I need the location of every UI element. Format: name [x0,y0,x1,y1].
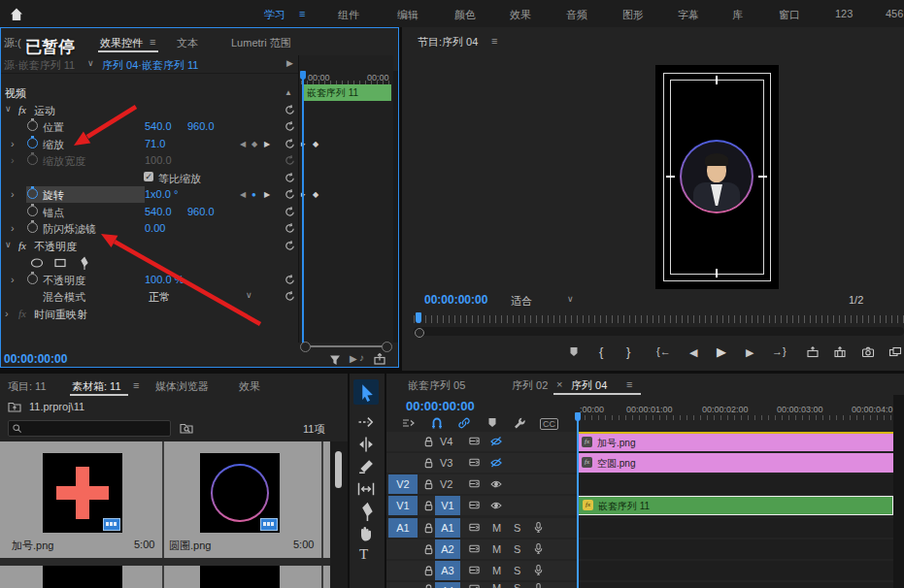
program-playhead[interactable] [416,312,421,323]
stopwatch-icon[interactable] [27,188,38,199]
reset-icon[interactable] [284,104,296,116]
rotation-value[interactable]: 1x0.0 ° [145,188,178,200]
ec-clip-bar[interactable]: 嵌套序列 11 [304,84,391,101]
solo-button[interactable]: S [514,522,520,534]
reset-icon[interactable] [284,206,296,218]
menu-item-123[interactable]: 123 [835,8,853,19]
source-patch-v1[interactable]: V1 [388,496,418,515]
collapse-icon[interactable]: ▲ [285,88,292,97]
lane-a3[interactable] [578,561,893,580]
zoom-level-select[interactable]: 适合 [511,294,532,309]
navigate-up-icon[interactable] [8,400,21,413]
voiceover-mic-icon[interactable] [532,542,545,555]
ec-playhead-handle[interactable] [300,71,306,80]
program-video-frame[interactable] [655,65,779,289]
captions-icon[interactable]: CC [540,418,558,430]
ec-row-opacity[interactable]: › 不透明度 100.0 % [1,272,298,288]
ripple-edit-tool-icon[interactable] [355,435,377,454]
sync-lock-icon[interactable] [468,564,481,576]
ec-row-anchor[interactable]: 锚点 540.0 960.0 [1,204,298,220]
reset-icon[interactable] [284,274,296,286]
track-name-v4[interactable]: V4 [440,436,452,447]
ellipse-mask-icon[interactable] [30,256,44,270]
partial-thumbnail[interactable] [200,566,280,588]
keyframe-icon[interactable]: ◆ [313,190,318,199]
razor-tool-icon[interactable] [355,457,377,476]
type-tool-icon[interactable]: T [359,546,368,563]
play-audio-icon[interactable]: ▶ [350,353,357,364]
scale-value[interactable]: 71.0 [145,138,165,149]
bin-item-circle[interactable]: 圆圈.png 5:00 [163,441,321,558]
effect-controls-panel-menu-icon[interactable]: ≡ [150,36,155,48]
stopwatch-icon[interactable] [27,222,38,233]
menu-item-components[interactable]: 组件 [338,8,359,22]
sync-lock-icon[interactable] [468,542,481,555]
active-clip-path[interactable]: 序列 04·嵌套序列 11 [102,58,198,73]
play-only-audio-icon[interactable]: ▶ [286,58,293,68]
lane-a2[interactable] [578,539,893,559]
track-name-v2[interactable]: V2 [440,478,452,490]
lift-icon[interactable] [806,345,820,359]
timeline-playhead[interactable] [577,420,579,588]
item-name[interactable]: 圆圈.png [169,539,211,553]
reset-icon[interactable] [284,240,296,252]
menu-item-color[interactable]: 颜色 [454,8,476,22]
program-ruler[interactable] [414,315,904,323]
expand-icon[interactable]: › [11,222,15,234]
track-select-tool-icon[interactable] [355,412,377,432]
ec-row-motion[interactable]: ∨ fx 运动 [1,102,298,118]
tab-effects[interactable]: 效果 [239,379,260,394]
solo-button[interactable]: S [514,565,520,576]
ec-row-scale[interactable]: › 缩放 71.0 ◀ ◆ ▶ [1,136,298,152]
expand-icon[interactable]: ∨ [5,104,12,114]
sync-lock-icon[interactable] [468,456,481,469]
thumbnail-plus[interactable] [43,453,122,533]
nest-insert-icon[interactable] [402,416,416,430]
lock-icon[interactable] [422,522,435,535]
step-forward-icon[interactable]: ▶ [746,346,753,359]
track-output-off-icon[interactable] [489,456,503,470]
timeline-playhead-handle[interactable] [575,412,581,421]
time-remap-label[interactable]: 时间重映射 [34,308,87,322]
step-back-icon[interactable]: ◀ [689,346,697,359]
position-x-value[interactable]: 540.0 [145,120,172,132]
ec-zoom-handle-left[interactable] [300,342,311,352]
tab-lumetri-scopes[interactable]: Lumetri 范围 [231,36,291,50]
add-marker-icon[interactable] [567,345,581,359]
ec-row-position[interactable]: 位置 540.0 960.0 [1,118,298,135]
tab-effect-controls[interactable]: 效果控件 [100,36,143,50]
lock-icon[interactable] [422,583,435,588]
export-frame-icon[interactable] [861,345,875,359]
lock-icon[interactable] [422,500,435,512]
thumbnail-circle[interactable] [200,453,280,533]
uniform-scale-checkbox[interactable]: ✓ [144,172,153,181]
export-icon[interactable] [373,352,386,366]
voiceover-mic-icon[interactable] [532,564,545,576]
program-scrollbar-handle[interactable] [415,328,424,338]
mark-in-icon[interactable]: { [599,344,603,359]
anchor-label[interactable]: 锚点 [43,206,64,220]
hand-tool-icon[interactable] [355,524,377,543]
menu-item-effects[interactable]: 效果 [510,8,531,22]
lock-icon[interactable] [422,565,435,577]
clip-v1-nested[interactable]: fx 嵌套序列 11 [578,496,893,515]
stopwatch-icon[interactable] [27,120,38,131]
prev-keyframe-icon[interactable]: ◀ [240,140,246,148]
snap-icon[interactable] [430,416,444,430]
add-marker-icon[interactable] [485,416,499,430]
ec-row-time-remap[interactable]: › fx 时间重映射 [1,306,298,322]
search-bins-icon[interactable] [180,421,193,435]
motion-label[interactable]: 运动 [34,104,55,118]
ec-zoom-scrollbar[interactable] [304,345,385,347]
bin-path[interactable]: 11.prproj\11 [29,401,84,412]
clip-path-chevron-icon[interactable]: ∨ [87,58,94,68]
next-keyframe-icon[interactable]: ▶ [264,140,270,148]
goto-out-icon[interactable]: →} [772,345,787,357]
tab-media-browser[interactable]: 媒体浏览器 [155,379,209,394]
clip-v3-circle[interactable]: fx 空圆.png [578,453,893,473]
stopwatch-icon[interactable] [27,274,38,284]
program-title[interactable]: 节目:序列 04 [418,35,478,49]
filter-properties-icon[interactable] [328,353,342,367]
track-output-icon[interactable] [489,477,503,491]
zoom-level-dropdown-icon[interactable]: ∨ [567,294,574,304]
